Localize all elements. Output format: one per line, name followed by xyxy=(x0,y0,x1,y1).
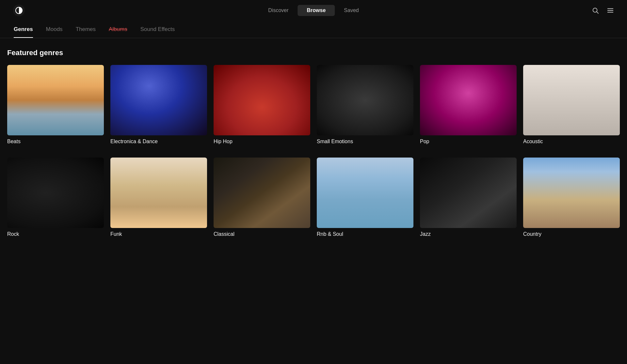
menu-button[interactable] xyxy=(607,7,614,14)
genre-grid-row1: BeatsElectronica & DanceHip HopSmall Emo… xyxy=(7,65,620,144)
genre-grid-row2: RockFunkClassicalRnb & SoulJazzCountry xyxy=(7,158,620,237)
genre-card-rock[interactable]: Rock xyxy=(7,158,104,237)
genre-image-acoustic xyxy=(523,65,620,135)
genre-card-classical[interactable]: Classical xyxy=(214,158,310,237)
genre-image-pop xyxy=(420,65,517,135)
genre-label-jazz: Jazz xyxy=(420,231,517,237)
tab-sound-effects[interactable]: Sound Effects xyxy=(134,21,182,38)
genre-card-rnb-soul[interactable]: Rnb & Soul xyxy=(317,158,413,237)
genre-figure-classical xyxy=(214,158,310,228)
genre-label-beats: Beats xyxy=(7,139,104,144)
genre-card-pop[interactable]: Pop xyxy=(420,65,517,144)
genre-image-electronica-dance xyxy=(110,65,207,135)
tab-moods[interactable]: Moods xyxy=(40,21,69,38)
genre-label-small-emotions: Small Emotions xyxy=(317,139,413,144)
svg-line-2 xyxy=(597,12,598,13)
genre-card-electronica-dance[interactable]: Electronica & Dance xyxy=(110,65,207,144)
genre-image-beats xyxy=(7,65,104,135)
search-icon xyxy=(592,7,599,14)
header-nav: Discover Browse Saved xyxy=(259,5,368,16)
genre-card-acoustic[interactable]: Acoustic xyxy=(523,65,620,144)
genre-image-rnb-soul xyxy=(317,158,413,228)
genre-figure-hip-hop xyxy=(214,65,310,135)
genre-label-pop: Pop xyxy=(420,139,517,144)
nav-browse[interactable]: Browse xyxy=(298,5,335,16)
genre-figure-small-emotions xyxy=(317,65,413,135)
genre-image-hip-hop xyxy=(214,65,310,135)
genre-figure-pop xyxy=(420,65,517,135)
nav-saved[interactable]: Saved xyxy=(335,5,368,16)
genre-image-small-emotions xyxy=(317,65,413,135)
genre-card-country[interactable]: Country xyxy=(523,158,620,237)
main-content: Featured genres BeatsElectronica & Dance… xyxy=(0,38,627,261)
genre-label-funk: Funk xyxy=(110,231,207,237)
genre-image-jazz xyxy=(420,158,517,228)
logo[interactable] xyxy=(13,5,25,16)
tab-albums[interactable]: Albums xyxy=(102,21,134,38)
genre-image-country xyxy=(523,158,620,228)
genre-card-small-emotions[interactable]: Small Emotions xyxy=(317,65,413,144)
genre-card-funk[interactable]: Funk xyxy=(110,158,207,237)
genre-image-funk xyxy=(110,158,207,228)
genre-figure-electronica-dance xyxy=(110,65,207,135)
sub-nav: Genres Moods Themes Albums Sound Effects xyxy=(0,21,627,38)
genre-figure-rock xyxy=(7,158,104,228)
nav-discover[interactable]: Discover xyxy=(259,5,297,16)
genre-label-classical: Classical xyxy=(214,231,310,237)
genre-label-rnb-soul: Rnb & Soul xyxy=(317,231,413,237)
genre-image-classical xyxy=(214,158,310,228)
tab-genres[interactable]: Genres xyxy=(7,21,40,38)
genre-figure-rnb-soul xyxy=(317,158,413,228)
genre-figure-acoustic xyxy=(523,65,620,135)
genre-label-acoustic: Acoustic xyxy=(523,139,620,144)
genre-card-beats[interactable]: Beats xyxy=(7,65,104,144)
genre-label-rock: Rock xyxy=(7,231,104,237)
genre-figure-country xyxy=(523,158,620,228)
genre-figure-funk xyxy=(110,158,207,228)
genre-label-hip-hop: Hip Hop xyxy=(214,139,310,144)
genre-card-jazz[interactable]: Jazz xyxy=(420,158,517,237)
search-button[interactable] xyxy=(592,7,599,14)
genre-card-hip-hop[interactable]: Hip Hop xyxy=(214,65,310,144)
header-right xyxy=(592,7,614,14)
menu-icon xyxy=(607,7,614,14)
header-left xyxy=(13,5,25,16)
genre-label-electronica-dance: Electronica & Dance xyxy=(110,139,207,144)
genre-label-country: Country xyxy=(523,231,620,237)
tab-themes[interactable]: Themes xyxy=(69,21,102,38)
genre-figure-jazz xyxy=(420,158,517,228)
section-title: Featured genres xyxy=(7,49,620,57)
genre-figure-beats xyxy=(7,65,104,135)
header: Discover Browse Saved xyxy=(0,0,627,21)
genre-image-rock xyxy=(7,158,104,228)
